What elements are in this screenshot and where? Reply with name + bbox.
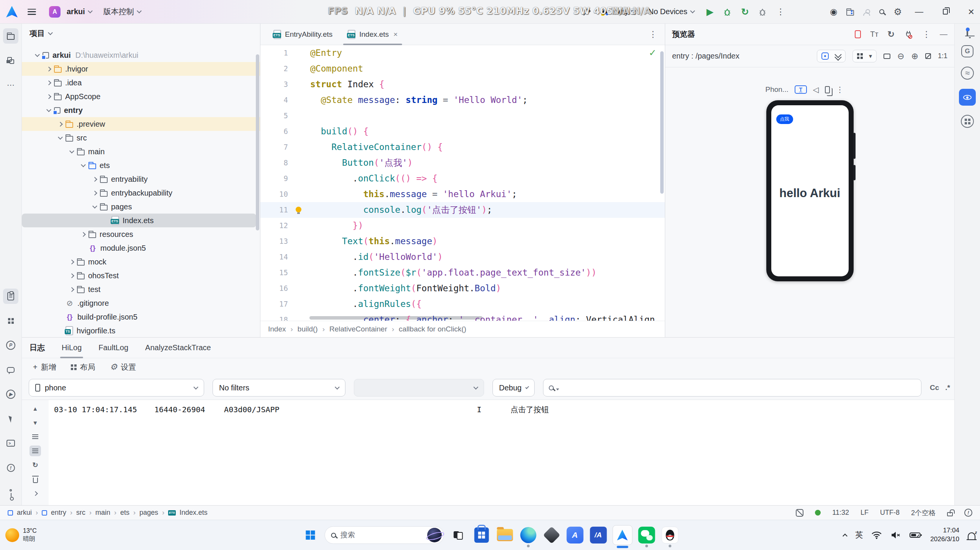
build-hammer-icon[interactable] <box>582 7 592 16</box>
microsoft-store-button[interactable] <box>472 526 491 544</box>
qq-button[interactable] <box>661 526 679 544</box>
previewer-tool-icon-active[interactable] <box>959 89 976 106</box>
chevron-right-icon[interactable] <box>43 95 54 98</box>
tree-item-ohostest[interactable]: ohosTest <box>22 269 260 282</box>
breadcrumb-item[interactable]: callback for onClick() <box>399 325 466 333</box>
code-line-18[interactable]: 18 center: { anchor: '__container__', al… <box>260 312 665 321</box>
inspector-target-tool-icon[interactable] <box>961 115 974 128</box>
code-line-10[interactable]: 10 this.message = 'hello Arkui'; <box>260 186 665 202</box>
tree-item--hvigor[interactable]: .hvigor <box>22 62 260 76</box>
gitee-tool-icon[interactable]: G <box>961 45 973 57</box>
search-everywhere-icon[interactable] <box>879 9 884 14</box>
tree-item-src[interactable]: src <box>22 131 260 145</box>
code-line-4[interactable]: 4 @State message: string = 'Hello World'… <box>260 92 665 108</box>
notifications-icon[interactable] <box>967 29 968 36</box>
indent-setting[interactable]: 2个空格 <box>911 508 936 517</box>
code-line-5[interactable]: 5 <box>260 108 665 124</box>
locate-device-icon[interactable]: ◉ <box>830 8 837 16</box>
log-settings-button[interactable]: ⚙设置 <box>110 362 136 372</box>
code-line-7[interactable]: 7 RelativeContainer() { <box>260 139 665 155</box>
edge-button[interactable] <box>519 526 537 544</box>
status-breadcrumb-item[interactable]: entry <box>51 509 66 517</box>
zoom-in-icon[interactable]: ⊕ <box>911 51 918 61</box>
status-breadcrumb-item[interactable]: Index.ets <box>180 509 208 517</box>
text-inspect-toggle[interactable]: T <box>795 85 807 94</box>
device-frame-icon[interactable] <box>855 30 861 38</box>
notifications-list-tool-icon[interactable] <box>3 289 18 304</box>
tab-index[interactable]: ETS Index.ets × <box>340 24 405 45</box>
device-more-icon[interactable]: ⋮ <box>836 85 844 94</box>
multi-device-grid-icon[interactable] <box>857 53 863 59</box>
tree-item-hvigorfile-ts[interactable]: TShvigorfile.ts <box>22 324 260 337</box>
chevron-right-icon[interactable] <box>66 288 77 291</box>
code-editor[interactable]: ✓ 1@Entry2@Component3struct Index {4 @St… <box>260 45 665 321</box>
fit-to-screen-icon[interactable] <box>925 53 931 59</box>
tree-item--idea[interactable]: .idea <box>22 76 260 90</box>
line-separator[interactable]: LF <box>861 509 869 517</box>
tree-item-mock[interactable]: mock <box>22 255 260 269</box>
chevron-right-icon[interactable] <box>43 81 54 85</box>
chevron-down-icon[interactable] <box>78 165 88 166</box>
level-filter-dropdown[interactable]: Debug <box>492 379 535 397</box>
preview-app-button[interactable]: 点我 <box>776 114 793 124</box>
code-line-3[interactable]: 3struct Index { <box>260 77 665 92</box>
git-tool-icon[interactable] <box>3 485 18 500</box>
breadcrumb-item[interactable]: build() <box>298 325 318 333</box>
inspect-component-icon[interactable] <box>821 52 829 60</box>
grid-dropdown-icon[interactable]: ▾ <box>869 52 872 60</box>
code-line-15[interactable]: 15 .fontSize($r('app.float.page_text_fon… <box>260 265 665 281</box>
tab-hilog[interactable]: HiLog <box>62 338 82 358</box>
structure-tool-icon[interactable] <box>3 53 18 68</box>
problems-tool-icon[interactable]: ! <box>3 460 18 475</box>
regex-button[interactable]: .* <box>945 384 950 392</box>
chevron-right-icon[interactable] <box>55 122 65 126</box>
tree-item-build-profile-json5[interactable]: {}build-profile.json5 <box>22 310 260 324</box>
tree-item-main[interactable]: main <box>22 145 260 158</box>
dark-diamond-app-button[interactable] <box>542 526 561 544</box>
run-configuration-selector[interactable]: entry <box>601 7 635 16</box>
log-search-input[interactable] <box>561 384 916 392</box>
frame-bounds-icon[interactable] <box>883 54 890 59</box>
battery-saver-icon[interactable] <box>910 531 922 539</box>
restart-logging-icon[interactable]: ↻ <box>29 460 41 470</box>
log-layout-button[interactable]: 布局 <box>71 362 95 372</box>
layout-tool-icon[interactable] <box>3 313 18 328</box>
chevron-down-icon[interactable] <box>66 151 77 153</box>
main-menu-icon[interactable] <box>28 9 36 15</box>
codegenie-tool-icon[interactable]: ≈ <box>961 67 974 80</box>
device-filter-dropdown[interactable]: phone <box>29 379 204 397</box>
task-view-button[interactable] <box>449 526 467 544</box>
highlighting-off-icon[interactable] <box>796 509 803 517</box>
tree-item-index-ets[interactable]: ETSIndex.ets <box>22 214 256 227</box>
project-tool-icon[interactable] <box>3 28 18 44</box>
scroll-to-end-icon[interactable] <box>29 446 41 456</box>
code-line-16[interactable]: 16 .fontWeight(FontWeight.Bold) <box>260 281 665 296</box>
unlocked-icon[interactable] <box>947 512 953 516</box>
ime-indicator[interactable]: 英 <box>855 530 863 540</box>
status-breadcrumb-item[interactable]: src <box>76 509 85 517</box>
tree-item-entry[interactable]: entry <box>22 103 260 117</box>
file-explorer-button[interactable] <box>496 526 514 544</box>
hide-panel-icon[interactable]: — <box>940 30 947 39</box>
attach-debugger-icon[interactable] <box>758 7 767 16</box>
tree-item-test[interactable]: test <box>22 282 260 296</box>
tree-item-arkui[interactable]: arkuiD:\huaweixm\arkui <box>22 48 260 62</box>
multi-preview-icon[interactable] <box>825 86 830 93</box>
window-minimize-button[interactable]: — <box>910 3 928 21</box>
chevron-down-icon[interactable] <box>55 137 65 139</box>
code-line-14[interactable]: 14 .id('HelloWorld') <box>260 249 665 265</box>
slash-a-app-button[interactable]: /A <box>589 526 607 544</box>
project-panel-header[interactable]: 项目 <box>22 24 260 43</box>
tab-entryability[interactable]: ETS EntryAbility.ets <box>266 24 340 45</box>
chevron-right-icon[interactable] <box>89 178 100 181</box>
zoom-ratio-label[interactable]: 1:1 <box>938 52 947 60</box>
inspection-ok-icon[interactable]: ✓ <box>649 47 656 58</box>
tree-item--gitignore[interactable]: ⊘.gitignore <box>22 296 260 310</box>
code-line-6[interactable]: 6 build() { <box>260 124 665 139</box>
tab-close-icon[interactable]: × <box>393 30 398 39</box>
code-line-11[interactable]: 11 console.log('点击了按钮'); <box>260 202 665 218</box>
tree-item-module-json5[interactable]: {}module.json5 <box>22 241 260 255</box>
rotate-device-icon[interactable]: ◁ <box>813 85 819 94</box>
refresh-preview-icon[interactable]: ↻ <box>888 29 895 39</box>
chevron-right-icon[interactable] <box>89 191 100 195</box>
